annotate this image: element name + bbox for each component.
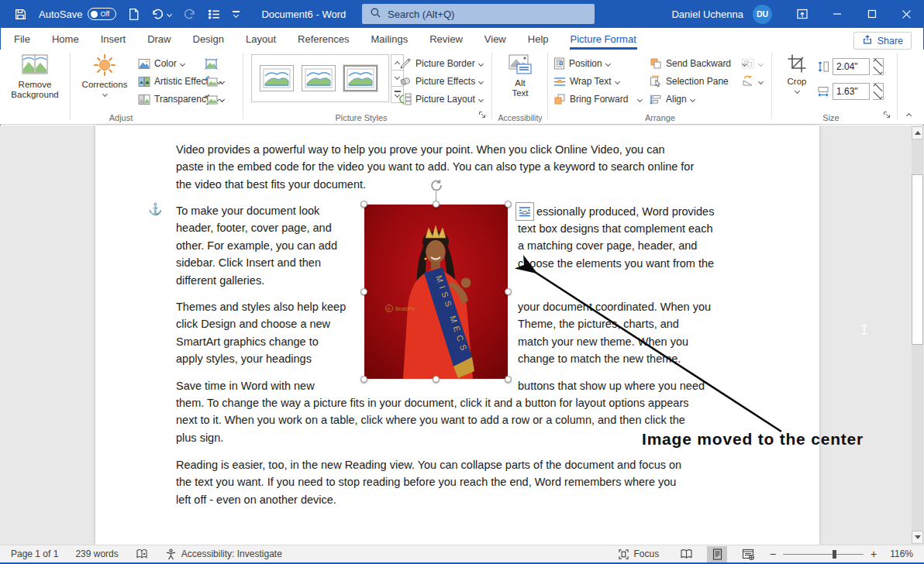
reset-picture-button[interactable] (205, 91, 228, 107)
height-steppers[interactable] (873, 58, 884, 75)
scroll-up-button[interactable] (912, 126, 923, 139)
bullets-icon[interactable] (208, 5, 221, 23)
width-steppers[interactable] (873, 83, 884, 100)
page-indicator[interactable]: Page 1 of 1 (11, 549, 58, 559)
style-thumbnail-3[interactable] (343, 65, 378, 91)
picture-effects-button[interactable]: Picture Effects (399, 74, 483, 89)
scroll-down-button[interactable] (912, 531, 923, 544)
close-button[interactable] (889, 0, 924, 28)
bring-forward-chevron[interactable] (637, 96, 643, 101)
resize-handle-sw[interactable] (360, 376, 367, 383)
resize-handle-w[interactable] (360, 288, 367, 295)
resize-handle-nw[interactable] (360, 201, 367, 208)
print-layout-button[interactable] (707, 546, 727, 562)
zoom-in-button[interactable]: + (870, 548, 877, 560)
tab-layout[interactable]: Layout (235, 28, 287, 50)
paragraph-3-right[interactable]: your document coordinated. When you Them… (518, 298, 758, 368)
corrections-button[interactable]: Corrections (76, 53, 133, 96)
paragraph-4-left[interactable]: Save time in Word with new (176, 377, 370, 394)
height-input[interactable] (833, 58, 870, 75)
tab-home[interactable]: Home (41, 28, 90, 50)
undo-dropdown-chevron[interactable] (167, 11, 172, 16)
zoom-slider[interactable] (783, 549, 864, 559)
accessibility-status[interactable]: Accessibility: Investigate (165, 549, 282, 560)
resize-handle-ne[interactable] (505, 201, 512, 208)
focus-button[interactable]: Focus (618, 549, 660, 560)
resize-handle-n[interactable] (433, 201, 440, 208)
paragraph-4-right[interactable]: buttons that show up where you need (518, 377, 758, 394)
remove-background-label: Remove Background (4, 80, 66, 100)
alt-text-button[interactable]: Alt Text (498, 53, 542, 98)
style-thumbnail-1[interactable] (260, 65, 294, 91)
style-thumbnail-2[interactable] (302, 65, 336, 91)
paragraph-1[interactable]: Video provides a powerful way to help yo… (176, 141, 788, 193)
position-button[interactable]: Position (553, 56, 610, 71)
compress-pictures-button[interactable] (205, 56, 228, 71)
remove-background-button[interactable]: Remove Background (3, 53, 67, 100)
maximize-button[interactable] (854, 0, 889, 28)
undo-button[interactable] (151, 5, 171, 23)
search-box[interactable] (362, 4, 595, 24)
wrap-text-button[interactable]: Wrap Text (553, 74, 619, 89)
tab-view[interactable]: View (474, 28, 517, 50)
zoom-level[interactable]: 116% (890, 549, 913, 559)
send-backward-button[interactable]: Send Backward (650, 56, 746, 71)
search-input[interactable] (388, 9, 587, 20)
paragraph-5[interactable]: Reading is easier, too, in the new Readi… (176, 456, 788, 508)
width-input[interactable] (833, 83, 870, 100)
resize-handle-se[interactable] (505, 376, 512, 383)
align-button[interactable]: Align (650, 91, 695, 107)
color-button[interactable]: Color (138, 56, 184, 71)
autosave-pill[interactable]: Off (88, 8, 116, 20)
collapse-ribbon-chevron[interactable] (906, 113, 912, 119)
zoom-out-button[interactable]: − (769, 548, 777, 560)
ribbon-display-options-icon[interactable] (784, 0, 819, 28)
avatar[interactable]: DU (753, 5, 772, 24)
paragraph-3-left[interactable]: Themes and styles also help keep click D… (176, 298, 370, 368)
selection-pane-button[interactable]: Selection Pane (650, 74, 729, 89)
vertical-scrollbar[interactable] (912, 126, 923, 544)
paragraph-2-right-first-line[interactable]: essionally produced, Word provides (536, 203, 769, 220)
picture-border-button[interactable]: Picture Border (399, 56, 483, 71)
change-picture-button[interactable] (205, 74, 228, 89)
rotate-objects-button[interactable] (741, 74, 763, 89)
read-mode-button[interactable] (676, 546, 696, 562)
autosave-toggle[interactable]: AutoSave Off (39, 8, 116, 20)
size-dialog-launcher[interactable] (883, 110, 891, 121)
page[interactable]: Video provides a powerful way to help yo… (95, 126, 819, 545)
send-backward-label: Send Backward (666, 58, 731, 69)
rotate-handle[interactable] (429, 178, 443, 192)
annotation-text[interactable]: Image moved to the center (642, 430, 864, 449)
tab-insert[interactable]: Insert (90, 28, 137, 50)
accessibility-icon (165, 549, 177, 560)
tab-help[interactable]: Help (517, 28, 560, 50)
resize-handle-s[interactable] (433, 376, 440, 383)
tab-references[interactable]: References (287, 28, 360, 50)
proofing-icon[interactable] (136, 549, 148, 560)
user-name[interactable]: Daniel Uchenna (671, 9, 743, 20)
picture-styles-dialog-launcher[interactable] (478, 110, 486, 121)
share-button[interactable]: Share (853, 32, 912, 50)
paragraph-2-right[interactable]: text box designs that complement each a … (518, 220, 758, 272)
tab-review[interactable]: Review (419, 28, 474, 50)
paragraph-2-left[interactable]: To make your document look header, foote… (176, 202, 370, 289)
tab-draw[interactable]: Draw (136, 28, 181, 50)
word-count[interactable]: 239 words (75, 549, 118, 559)
scrollbar-thumb[interactable] (912, 174, 923, 345)
tab-design[interactable]: Design (182, 28, 235, 50)
layout-options-button[interactable] (515, 202, 534, 221)
minimize-button[interactable] (819, 0, 854, 28)
selected-picture[interactable]: MISS MECS P BeatzPix (364, 205, 508, 379)
save-icon[interactable] (14, 5, 27, 23)
crop-button[interactable]: Crop (780, 53, 814, 93)
web-layout-button[interactable] (738, 546, 758, 562)
bring-forward-button[interactable]: Bring Forward (553, 91, 642, 107)
customize-qat-chevron[interactable] (233, 5, 240, 23)
zoom-slider-thumb[interactable] (833, 550, 836, 559)
tab-file[interactable]: File (3, 28, 41, 50)
picture-layout-button[interactable]: Picture Layout (399, 91, 483, 107)
resize-handle-e[interactable] (505, 288, 512, 295)
tab-picture-format[interactable]: Picture Format (560, 28, 647, 50)
tab-mailings[interactable]: Mailings (360, 28, 419, 50)
new-document-icon[interactable] (128, 5, 140, 23)
